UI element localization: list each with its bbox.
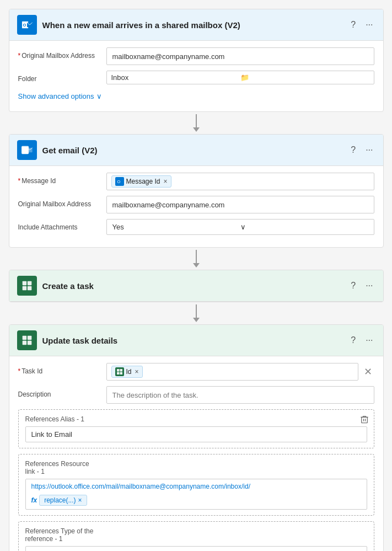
original-mailbox-input[interactable] [106, 47, 374, 65]
fx-chip-close[interactable]: × [78, 496, 82, 504]
message-id-input[interactable]: O Message Id × [106, 173, 374, 190]
svg-rect-17 [27, 341, 31, 345]
message-id-chip: O Message Id × [111, 175, 171, 188]
folder-icon: 📁 [240, 73, 369, 82]
arrow-3 [193, 302, 200, 324]
description-label: Description [18, 386, 101, 399]
create-task-card-header: Create a task ? ··· [9, 270, 383, 302]
create-task-header-actions: ? ··· [348, 279, 375, 293]
include-attachments-select[interactable]: Yes ∨ [106, 219, 374, 235]
references-resource-url: https://outlook.office.com/mail/mailboxn… [31, 483, 361, 490]
update-task-help-btn[interactable]: ? [348, 333, 358, 347]
references-alias-label: References Alias - 1 [25, 415, 367, 423]
arrow-2 [193, 248, 200, 270]
get-email-icon-box: O [17, 140, 37, 160]
trigger-card-header: O When a new email arrives in a shared m… [9, 9, 383, 41]
get-email-card-body: *Message Id O Message Id × [9, 166, 383, 247]
message-id-label: *Message Id [18, 173, 101, 186]
task-id-chip-close[interactable]: × [135, 368, 139, 376]
include-attachments-label: Include Attachments [18, 219, 101, 232]
svg-text:O: O [117, 179, 120, 184]
get-email-mailbox-input[interactable] [106, 196, 374, 213]
task-id-label: *Task Id [18, 363, 101, 376]
create-task-card: Create a task ? ··· [9, 270, 384, 302]
description-row: Description [18, 386, 374, 404]
svg-rect-16 [22, 341, 26, 345]
trigger-card: O When a new email arrives in a shared m… [9, 9, 384, 112]
svg-rect-10 [22, 281, 26, 286]
references-alias-input[interactable] [25, 426, 367, 442]
svg-text:O: O [23, 148, 26, 153]
trigger-icon-box: O [17, 15, 37, 35]
folder-row: Folder Inbox 📁 [18, 71, 374, 84]
message-id-chip-icon: O [115, 177, 124, 186]
references-type-label: References Type of the reference - 1 [25, 527, 367, 543]
chevron-down-icon: ∨ [96, 92, 102, 100]
update-task-card: Update task details ? ··· *Task Id [9, 324, 384, 551]
references-type-select[interactable]: Used to describe the type of the referen… [25, 546, 367, 551]
outlook-icon: O [21, 19, 33, 31]
create-task-icon-box [17, 276, 37, 296]
update-task-planner-icon [22, 335, 33, 346]
description-input[interactable] [106, 386, 374, 404]
show-advanced-btn[interactable]: Show advanced options ∨ [18, 90, 102, 103]
update-task-more-btn[interactable]: ··· [363, 333, 375, 347]
trigger-more-btn[interactable]: ··· [363, 18, 375, 32]
svg-rect-21 [120, 372, 122, 375]
get-email-title: Get email (V2) [42, 146, 343, 155]
references-resource-label: References Resource link - 1 [25, 460, 367, 475]
update-task-card-header: Update task details ? ··· [9, 325, 383, 356]
create-task-more-btn[interactable]: ··· [363, 279, 375, 293]
folder-label: Folder [18, 71, 101, 84]
create-task-help-btn[interactable]: ? [348, 279, 358, 293]
message-id-chip-close[interactable]: × [164, 178, 168, 185]
create-task-title: Create a task [42, 281, 343, 291]
get-email-header-actions: ? ··· [348, 143, 375, 157]
get-email-more-btn[interactable]: ··· [363, 143, 375, 157]
planner-icon [22, 280, 33, 291]
update-task-title: Update task details [42, 336, 343, 345]
references-resource-section: References Resource link - 1 https://out… [18, 454, 374, 516]
original-mailbox-row: *Original Mailbox Address [18, 47, 374, 65]
svg-rect-20 [117, 372, 120, 375]
trigger-header-actions: ? ··· [348, 18, 375, 32]
svg-rect-14 [22, 336, 26, 340]
get-email-help-btn[interactable]: ? [348, 143, 358, 157]
flow-canvas: O When a new email arrives in a shared m… [9, 9, 383, 551]
update-task-icon-box [17, 330, 37, 350]
task-id-chip-icon [115, 367, 124, 376]
fx-chip: replace(...) × [39, 495, 87, 506]
get-email-card-header: O Get email (V2) ? ··· [9, 135, 383, 166]
svg-rect-13 [27, 286, 31, 291]
get-email-card: O Get email (V2) ? ··· *Message Id [9, 134, 384, 248]
trigger-help-btn[interactable]: ? [348, 18, 358, 32]
references-alias-actions [359, 414, 369, 426]
svg-rect-15 [27, 336, 31, 340]
svg-rect-12 [22, 286, 26, 291]
include-attachments-chevron: ∨ [240, 223, 368, 231]
fx-badge: fx [31, 496, 37, 504]
references-type-section: References Type of the reference - 1 Use… [18, 521, 374, 551]
task-id-row: *Task Id [18, 363, 374, 381]
include-attachments-row: Include Attachments Yes ∨ [18, 219, 374, 235]
svg-rect-11 [27, 281, 31, 286]
get-email-mailbox-row: Original Mailbox Address [18, 196, 374, 213]
get-email-mailbox-label: Original Mailbox Address [18, 196, 101, 209]
get-email-outlook-icon: O [21, 144, 33, 156]
trash-icon [359, 414, 369, 424]
svg-rect-19 [120, 369, 122, 372]
task-id-clear-btn[interactable]: ✕ [362, 366, 374, 378]
task-id-chip: Id × [111, 366, 143, 378]
svg-rect-18 [117, 369, 120, 372]
update-task-card-body: *Task Id [9, 356, 383, 551]
arrow-1 [193, 112, 200, 134]
references-resource-input[interactable]: https://outlook.office.com/mail/mailboxn… [25, 479, 367, 510]
svg-rect-22 [361, 417, 367, 423]
folder-input[interactable]: Inbox 📁 [106, 71, 374, 84]
references-alias-delete-btn[interactable] [359, 414, 369, 426]
references-alias-section: References Alias - 1 [18, 409, 374, 448]
trigger-title: When a new email arrives in a shared mai… [42, 20, 343, 30]
original-mailbox-label: *Original Mailbox Address [18, 47, 101, 61]
message-id-row: *Message Id O Message Id × [18, 173, 374, 190]
task-id-input[interactable]: Id × [106, 363, 358, 381]
